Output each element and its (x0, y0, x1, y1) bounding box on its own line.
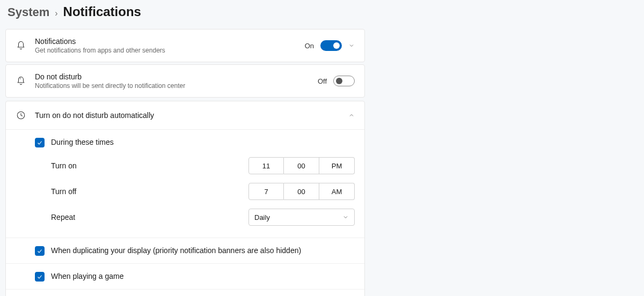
chevron-down-icon (342, 214, 349, 220)
breadcrumb-parent[interactable]: System (8, 5, 49, 19)
auto-dnd-title: Turn on do not disturb automatically (35, 111, 340, 120)
turn-on-label: Turn on (51, 161, 248, 170)
turn-on-ampm-select[interactable]: PM (319, 157, 355, 174)
when-duplicating-row: When duplicating your display (priority … (6, 238, 364, 263)
clock-icon (16, 110, 26, 121)
dnd-text: Do not disturb Notifications will be sen… (35, 72, 309, 90)
turn-off-hour-select[interactable]: 7 (248, 183, 284, 200)
when-duplicating-checkbox[interactable] (35, 246, 45, 256)
repeat-select[interactable]: Daily (248, 209, 355, 226)
notifications-toggle[interactable] (320, 40, 342, 51)
when-gaming-label: When playing a game (51, 271, 123, 280)
repeat-value: Daily (254, 213, 270, 221)
auto-dnd-card: Turn on do not disturb automatically Dur… (5, 101, 365, 296)
dnd-bell-icon: z (16, 76, 26, 86)
auto-dnd-header[interactable]: Turn on do not disturb automatically (6, 101, 364, 130)
notifications-state-label: On (305, 42, 314, 50)
breadcrumb: System › Notifications (8, 4, 365, 19)
notifications-subtitle: Get notifications from apps and other se… (35, 47, 296, 54)
notifications-card: Notifications Get notifications from app… (5, 29, 365, 62)
turn-on-minute-select[interactable]: 00 (284, 157, 319, 174)
dnd-state-label: Off (318, 77, 327, 85)
repeat-label: Repeat (51, 213, 248, 221)
turn-off-ampm-select[interactable]: AM (319, 183, 355, 200)
notifications-title: Notifications (35, 37, 296, 46)
when-fullscreen-row: When using an app in full-screen mode (p… (6, 289, 364, 296)
dnd-toggle[interactable] (333, 76, 355, 86)
expand-notifications-button[interactable] (348, 42, 355, 49)
when-duplicating-label: When duplicating your display (priority … (51, 246, 301, 255)
dnd-title: Do not disturb (35, 72, 309, 81)
chevron-right-icon: › (55, 9, 57, 18)
page-title: Notifications (63, 4, 141, 19)
during-times-row: During these times Turn on 11 00 PM Turn… (6, 130, 364, 238)
collapse-auto-dnd-button[interactable] (348, 112, 355, 119)
during-times-label: During these times (51, 137, 355, 146)
turn-off-minute-select[interactable]: 00 (284, 183, 319, 200)
dnd-card: z Do not disturb Notifications will be s… (5, 64, 365, 98)
when-gaming-row: When playing a game (6, 263, 364, 289)
notifications-text: Notifications Get notifications from app… (35, 37, 296, 54)
bell-icon (16, 40, 26, 51)
turn-off-label: Turn off (51, 187, 248, 196)
during-times-checkbox[interactable] (35, 138, 45, 147)
when-gaming-checkbox[interactable] (35, 272, 45, 282)
svg-text:z: z (20, 77, 21, 80)
dnd-subtitle: Notifications will be sent directly to n… (35, 82, 309, 90)
turn-on-hour-select[interactable]: 11 (248, 157, 284, 174)
